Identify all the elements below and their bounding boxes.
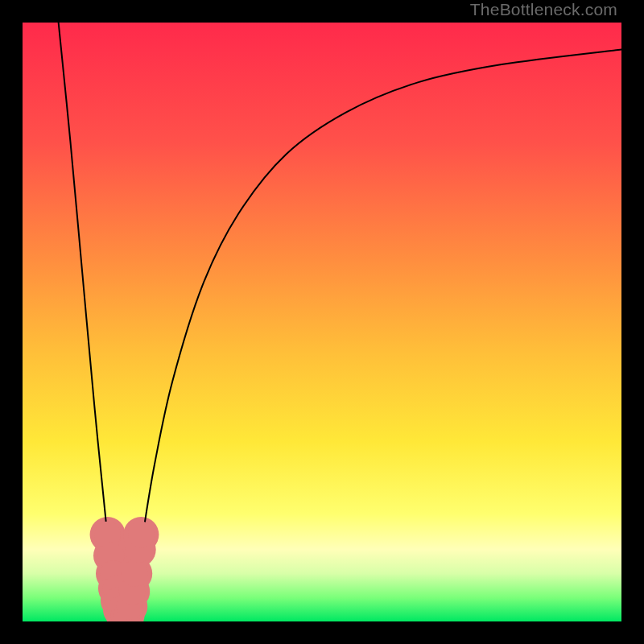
marker-dot bbox=[128, 522, 155, 548]
marker-dot bbox=[122, 560, 148, 587]
curve-layer bbox=[23, 23, 621, 621]
plot-area bbox=[23, 23, 621, 621]
chart-frame: TheBottleneck.com bbox=[0, 0, 644, 644]
watermark-text: TheBottleneck.com bbox=[470, 0, 617, 19]
curve-right-branch bbox=[127, 49, 621, 618]
